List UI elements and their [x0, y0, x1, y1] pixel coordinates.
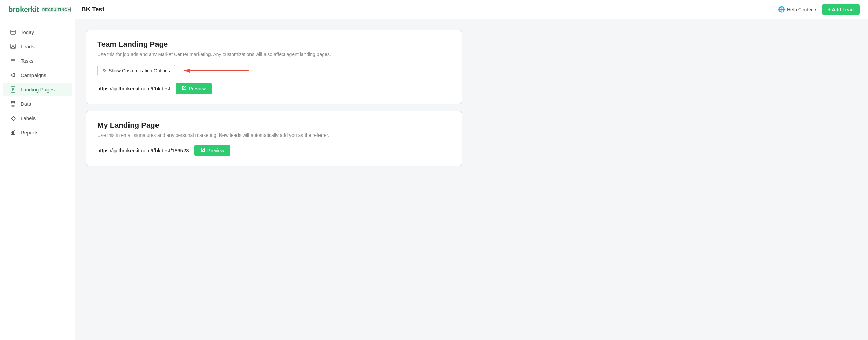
- sidebar-item-reports[interactable]: Reports: [3, 126, 72, 139]
- sidebar: Today Leads Tasks: [0, 19, 75, 340]
- team-url-row: https://getbrokerkit.com/t/bk-test Previ…: [97, 83, 451, 94]
- logo-text: brokerkit: [8, 5, 39, 14]
- sidebar-item-today[interactable]: Today: [3, 25, 72, 39]
- edit-icon: ✎: [103, 68, 107, 73]
- layout: Today Leads Tasks: [0, 19, 868, 340]
- sidebar-item-landing-pages[interactable]: Landing Pages: [3, 83, 72, 96]
- tag-icon: [10, 115, 16, 122]
- svg-rect-19: [14, 130, 15, 135]
- sidebar-item-campaigns[interactable]: Campaigns: [3, 68, 72, 82]
- recruiting-chevron-icon: [68, 8, 70, 12]
- sidebar-label-tasks: Tasks: [21, 58, 33, 64]
- arrow-to-customization: [181, 64, 256, 77]
- sidebar-label-campaigns: Campaigns: [21, 72, 46, 78]
- svg-rect-18: [13, 131, 14, 135]
- help-chevron-icon: ▾: [815, 8, 816, 11]
- external-link-icon-2: [201, 147, 205, 153]
- database-icon: [10, 100, 16, 107]
- megaphone-icon: [10, 72, 16, 79]
- svg-line-22: [184, 86, 186, 89]
- sidebar-item-leads[interactable]: Leads: [3, 40, 72, 53]
- page-title: BK Test: [82, 6, 105, 13]
- show-customization-button[interactable]: ✎ Show Customization Options: [97, 65, 175, 76]
- sidebar-label-today: Today: [21, 29, 34, 35]
- my-url: https://getbrokerkit.com/t/bk-test/18652…: [97, 147, 189, 153]
- main-content: Team Landing Page Use this for job ads a…: [75, 19, 868, 340]
- add-lead-button[interactable]: + Add Lead: [822, 4, 860, 15]
- my-card-subtitle: Use this in email signatures and any per…: [97, 132, 451, 138]
- svg-point-5: [12, 45, 14, 47]
- sidebar-label-leads: Leads: [21, 44, 35, 49]
- team-card-title: Team Landing Page: [97, 40, 451, 49]
- sidebar-item-tasks[interactable]: Tasks: [3, 54, 72, 68]
- team-preview-button[interactable]: Preview: [176, 83, 212, 94]
- sidebar-item-data[interactable]: Data: [3, 97, 72, 111]
- team-landing-page-card: Team Landing Page Use this for job ads a…: [86, 30, 462, 104]
- sidebar-label-landing-pages: Landing Pages: [21, 87, 55, 93]
- svg-rect-0: [11, 30, 15, 34]
- list-icon: [10, 57, 16, 64]
- calendar-icon: [10, 29, 16, 36]
- team-card-actions: ✎ Show Customization Options: [97, 64, 451, 77]
- header: brokerkit RECRUITING BK Test 🌐 Help Cent…: [0, 0, 868, 19]
- person-icon: [10, 43, 16, 50]
- svg-line-23: [202, 148, 205, 151]
- logo-area: brokerkit RECRUITING: [8, 5, 71, 14]
- team-url: https://getbrokerkit.com/t/bk-test: [97, 86, 170, 91]
- help-icon: 🌐: [778, 6, 785, 13]
- sidebar-item-labels[interactable]: Labels: [3, 111, 72, 125]
- my-preview-button[interactable]: Preview: [194, 145, 231, 156]
- sidebar-label-data: Data: [21, 101, 31, 107]
- svg-point-15: [12, 117, 13, 118]
- svg-rect-17: [11, 133, 12, 135]
- my-landing-page-card: My Landing Page Use this in email signat…: [86, 111, 462, 166]
- external-link-icon: [182, 86, 187, 91]
- my-url-row: https://getbrokerkit.com/t/bk-test/18652…: [97, 145, 451, 156]
- header-right: 🌐 Help Center ▾ + Add Lead: [778, 4, 860, 15]
- recruiting-dropdown[interactable]: RECRUITING: [42, 7, 71, 12]
- team-card-subtitle: Use this for job ads and any Market Cent…: [97, 52, 451, 57]
- sidebar-label-reports: Reports: [21, 130, 39, 136]
- svg-point-14: [11, 101, 15, 103]
- chart-icon: [10, 129, 16, 136]
- help-center-button[interactable]: 🌐 Help Center ▾: [778, 6, 816, 13]
- my-card-title: My Landing Page: [97, 121, 451, 130]
- doc-icon: [10, 86, 16, 93]
- sidebar-label-labels: Labels: [21, 115, 36, 121]
